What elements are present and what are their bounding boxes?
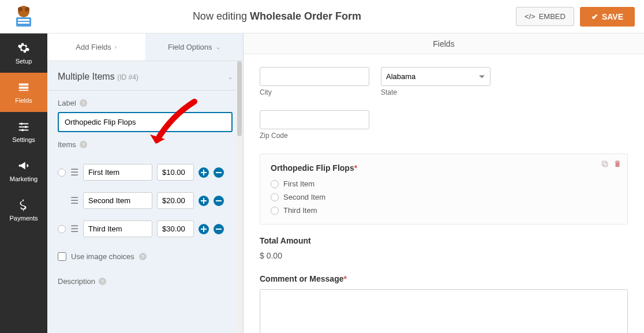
item-price-input[interactable] — [157, 164, 194, 181]
svg-rect-7 — [19, 87, 29, 89]
help-icon[interactable]: ? — [99, 278, 106, 285]
label-group: Label? — [47, 91, 243, 132]
sidebar-item-fields[interactable]: Fields — [0, 73, 47, 112]
svg-rect-19 — [602, 161, 606, 165]
field-actions — [601, 160, 621, 170]
items-list: ☰ ☰ ☰ — [47, 154, 243, 244]
check-icon: ✔ — [591, 12, 598, 21]
svg-rect-8 — [19, 90, 29, 91]
sliders-icon — [17, 120, 30, 133]
svg-point-1 — [18, 7, 23, 12]
preview-radio-item[interactable]: First Item — [271, 179, 617, 188]
tab-add-fields[interactable]: Add Fields› — [47, 33, 145, 61]
item-row: ☰ — [58, 188, 233, 216]
sidebar-item-setup[interactable]: Setup — [0, 33, 47, 73]
add-item-button[interactable] — [199, 196, 209, 206]
sidebar-item-settings[interactable]: Settings — [0, 112, 47, 151]
add-item-button[interactable] — [199, 224, 209, 234]
zip-input[interactable] — [260, 110, 369, 129]
svg-rect-16 — [216, 200, 222, 201]
image-choices-checkbox[interactable] — [58, 252, 66, 261]
label-label: Label? — [58, 99, 233, 107]
megaphone-icon — [17, 159, 30, 172]
radio-default[interactable] — [58, 169, 66, 177]
preview-radio-list: First Item Second Item Third Item — [271, 179, 617, 215]
help-icon[interactable]: ? — [80, 99, 87, 107]
preview-body: City Alabama State Zip Code — [244, 54, 644, 333]
svg-rect-17 — [216, 229, 222, 230]
svg-point-2 — [25, 7, 29, 12]
app-logo — [9, 5, 38, 29]
gear-icon — [17, 42, 30, 54]
options-tabs: Add Fields› Field Options⌄ — [47, 33, 243, 61]
chevron-down-icon: ⌄ — [216, 44, 220, 50]
section-title: Multiple Items (ID #4) — [58, 72, 138, 82]
items-label: Items? — [58, 140, 233, 149]
preview-radio-item[interactable]: Second Item — [271, 193, 617, 201]
remove-item-button[interactable] — [214, 167, 224, 178]
sidebar-item-payments[interactable]: Payments — [0, 190, 47, 230]
help-icon[interactable]: ? — [139, 253, 147, 260]
form-icon — [17, 81, 30, 93]
item-name-input[interactable] — [83, 220, 152, 237]
dollar-icon — [17, 199, 30, 211]
code-icon: </> — [525, 12, 536, 21]
comment-textarea[interactable] — [260, 289, 628, 333]
zip-label: Zip Code — [260, 132, 369, 140]
address-row-2: Zip Code — [260, 110, 628, 150]
help-icon[interactable]: ? — [80, 141, 87, 148]
preview-radio-item[interactable]: Third Item — [271, 206, 617, 215]
state-label: State — [381, 88, 491, 96]
remove-item-button[interactable] — [214, 196, 224, 206]
top-bar: Now editing Wholesale Order Form </> EMB… — [0, 0, 644, 33]
delete-icon[interactable] — [613, 160, 621, 170]
drag-handle-icon[interactable]: ☰ — [70, 168, 78, 177]
options-panel: Add Fields› Field Options⌄ Multiple Item… — [47, 33, 244, 333]
label-input[interactable] — [58, 112, 233, 132]
duplicate-icon[interactable] — [601, 160, 609, 170]
radio-icon — [271, 207, 279, 215]
svg-rect-9 — [19, 124, 29, 125]
drag-handle-icon[interactable]: ☰ — [70, 225, 78, 234]
sidebar-item-marketing[interactable]: Marketing — [0, 151, 47, 190]
item-row: ☰ — [58, 216, 233, 244]
multiple-items-preview[interactable]: Orthopedic Flip Flops* First Item Second… — [260, 154, 628, 225]
main-layout: Setup Fields Settings Marketing Payments… — [0, 33, 644, 333]
radio-icon — [271, 180, 279, 188]
item-row: ☰ — [58, 159, 233, 188]
embed-button[interactable]: </> EMBED — [516, 7, 574, 26]
svg-point-12 — [25, 126, 27, 128]
total-value: $ 0.00 — [260, 251, 628, 260]
tab-field-options[interactable]: Field Options⌄ — [145, 33, 244, 61]
item-price-input[interactable] — [157, 192, 194, 209]
city-label: City — [260, 88, 369, 96]
scrollbar[interactable] — [236, 61, 243, 333]
image-choices-checkbox-row: Use image choices ? — [47, 244, 243, 269]
options-body: Multiple Items (ID #4) ⌄ Label? Items? — [47, 61, 243, 333]
city-input[interactable] — [260, 67, 369, 86]
preview-panel: Fields City Alabama State — [244, 33, 644, 333]
items-group: Items? — [47, 132, 243, 149]
drag-handle-icon[interactable]: ☰ — [70, 196, 78, 205]
svg-rect-4 — [18, 19, 29, 21]
radio-default[interactable] — [58, 225, 66, 233]
svg-rect-5 — [18, 22, 29, 24]
add-item-button[interactable] — [199, 167, 209, 178]
editing-label: Now editing Wholesale Order Form — [38, 10, 516, 23]
save-button[interactable]: ✔ SAVE — [580, 7, 635, 27]
item-name-input[interactable] — [83, 192, 152, 209]
field-section-header[interactable]: Multiple Items (ID #4) ⌄ — [47, 61, 243, 91]
address-row-1: City Alabama State — [260, 67, 628, 107]
chevron-right-icon: › — [115, 44, 117, 50]
item-price-input[interactable] — [157, 220, 194, 237]
remove-item-button[interactable] — [214, 224, 224, 234]
preview-field-title: Orthopedic Flip Flops* — [271, 163, 617, 173]
svg-point-14 — [21, 129, 24, 132]
chevron-down-icon: ⌄ — [228, 74, 233, 80]
svg-rect-18 — [604, 163, 608, 167]
svg-point-10 — [21, 123, 23, 125]
state-select[interactable]: Alabama — [381, 67, 491, 86]
preview-header: Fields — [244, 33, 644, 54]
item-name-input[interactable] — [83, 164, 152, 181]
comment-label: Comment or Message* — [260, 274, 628, 283]
